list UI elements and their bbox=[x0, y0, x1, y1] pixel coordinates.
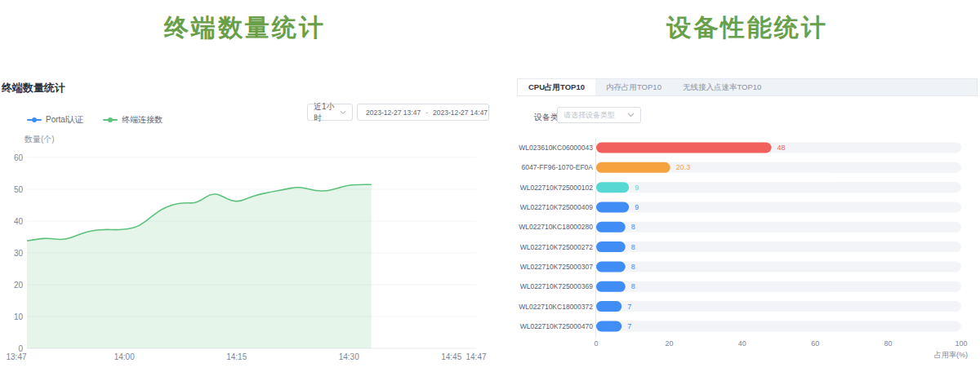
bar-value-label: 9 bbox=[635, 184, 639, 192]
x-tick-label: 14:15 bbox=[226, 352, 247, 361]
terminal-count-line-chart: 010203040506013:4714:0014:1514:3014:4514… bbox=[0, 151, 490, 372]
category-label: WL022710K725000272 bbox=[520, 243, 594, 251]
x-tick-label: 40 bbox=[738, 339, 746, 348]
legend-item-1[interactable]: 终端连接数 bbox=[103, 114, 163, 126]
y-axis-name: 数量(个) bbox=[24, 134, 55, 145]
x-tick-label: 100 bbox=[955, 339, 967, 348]
chevron-down-icon bbox=[340, 110, 346, 115]
right-panel-title: 设备性能统计 bbox=[517, 11, 978, 45]
time-range-value: 近1小时 bbox=[314, 101, 340, 124]
x-tick-label: 20 bbox=[665, 339, 673, 348]
legend-label: 终端连接数 bbox=[122, 114, 163, 126]
bar bbox=[596, 222, 626, 232]
y-tick-label: 50 bbox=[14, 185, 24, 194]
left-panel-title: 终端数量统计 bbox=[0, 11, 490, 45]
bar bbox=[596, 162, 670, 173]
bar bbox=[596, 262, 626, 272]
x-tick-label: 60 bbox=[811, 339, 819, 348]
device-type-placeholder: 请选择设备类型 bbox=[564, 110, 615, 121]
bar-track bbox=[596, 222, 961, 232]
y-tick-label: 40 bbox=[14, 217, 24, 226]
bar-track bbox=[596, 241, 961, 252]
tab-ap-rate-top10[interactable]: 无线接入点速率TOP10 bbox=[672, 79, 772, 95]
device-type-select[interactable]: 请选择设备类型 bbox=[557, 107, 641, 123]
bar-chart-svg: WL023610KC06000043486047-FF96-1070-EF0A2… bbox=[517, 131, 980, 372]
x-tick-label: 14:00 bbox=[114, 352, 135, 361]
category-label: WL022710K725000470 bbox=[520, 322, 594, 330]
bar-value-label: 20.3 bbox=[676, 163, 691, 171]
bar bbox=[596, 301, 621, 312]
category-label: WL022710K725000409 bbox=[520, 203, 594, 211]
date-range-end: 2023-12-27 14:47 bbox=[433, 108, 488, 117]
bar-value-label: 8 bbox=[631, 223, 635, 231]
x-tick-label: 13:47 bbox=[6, 352, 26, 361]
y-tick-label: 30 bbox=[14, 249, 24, 258]
bar-value-label: 48 bbox=[777, 144, 786, 152]
x-tick-label: 0 bbox=[594, 339, 598, 348]
bar-track bbox=[596, 301, 961, 312]
date-range-start: 2023-12-27 13:47 bbox=[366, 108, 421, 117]
legend-line-dot-icon bbox=[27, 117, 42, 123]
y-tick-label: 60 bbox=[14, 153, 24, 162]
tab-memory-top10[interactable]: 内存占用TOP10 bbox=[595, 79, 672, 95]
y-tick-label: 0 bbox=[18, 344, 23, 353]
bar-value-label: 8 bbox=[631, 282, 635, 290]
bar-value-label: 8 bbox=[631, 263, 635, 271]
chevron-down-icon bbox=[627, 113, 635, 117]
series-area bbox=[27, 184, 372, 348]
bar bbox=[596, 321, 621, 332]
x-tick-label: 14:47 bbox=[466, 352, 486, 361]
left-card-title: 终端数量统计 bbox=[2, 81, 65, 95]
category-label: 6047-FF96-1070-EF0A bbox=[522, 163, 594, 171]
bar-track bbox=[596, 321, 961, 332]
bar bbox=[596, 281, 626, 292]
category-label: WL022710KC18000372 bbox=[519, 303, 593, 311]
bar-track bbox=[596, 262, 961, 272]
bar bbox=[596, 241, 626, 252]
category-label: WL022710K725000307 bbox=[520, 263, 594, 271]
category-label: WL022710KC18000280 bbox=[519, 223, 593, 231]
y-tick-label: 20 bbox=[14, 281, 24, 290]
legend-line-dot-icon bbox=[103, 117, 118, 123]
date-range-separator: - bbox=[425, 108, 428, 117]
legend-item-0[interactable]: Portal认证 bbox=[27, 114, 83, 126]
line-chart-svg: 010203040506013:4714:0014:1514:3014:4514… bbox=[0, 151, 490, 372]
y-tick-label: 10 bbox=[14, 312, 24, 321]
bar-value-label: 7 bbox=[627, 303, 631, 311]
x-tick-label: 80 bbox=[884, 339, 893, 348]
bar-track bbox=[596, 202, 961, 213]
x-tick-label: 14:45 bbox=[441, 352, 461, 361]
category-label: WL023610KC06000043 bbox=[519, 144, 593, 152]
bar-value-label: 8 bbox=[631, 243, 635, 251]
tab-cpu-top10[interactable]: CPU占用TOP10 bbox=[518, 79, 595, 95]
bar-value-label: 9 bbox=[635, 203, 639, 211]
bar bbox=[596, 202, 629, 213]
category-label: WL022710K725000369 bbox=[520, 282, 594, 290]
legend-label: Portal认证 bbox=[46, 114, 83, 126]
date-range-picker[interactable]: 2023-12-27 13:47 - 2023-12-27 14:47 bbox=[357, 104, 489, 121]
time-range-select[interactable]: 近1小时 bbox=[307, 104, 353, 121]
cpu-top10-bar-chart: WL023610KC06000043486047-FF96-1070-EF0A2… bbox=[517, 131, 980, 372]
x-tick-label: 14:30 bbox=[339, 352, 359, 361]
bar-track bbox=[596, 281, 961, 292]
tab-bar: CPU占用TOP10内存占用TOP10无线接入点速率TOP10 bbox=[517, 78, 978, 96]
bar-track bbox=[596, 182, 961, 193]
category-label: WL022710K725000102 bbox=[520, 184, 594, 192]
bar bbox=[596, 182, 629, 193]
bar-value-label: 7 bbox=[627, 322, 631, 330]
bar bbox=[596, 143, 772, 153]
x-axis-name: 占用率(%) bbox=[934, 351, 968, 359]
line-chart-legend: Portal认证终端连接数 bbox=[27, 114, 163, 126]
